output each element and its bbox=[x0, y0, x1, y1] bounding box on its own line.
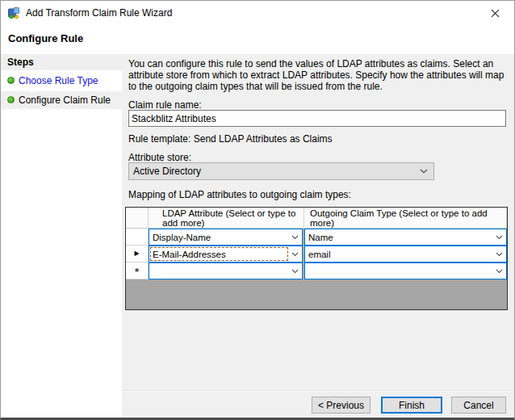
column-header-ldap-attribute: LDAP Attribute (Select or type to add mo… bbox=[149, 208, 304, 229]
step-label: Choose Rule Type bbox=[19, 75, 98, 86]
table-row: Display-Name Name bbox=[126, 229, 507, 246]
table-header-row: LDAP Attribute (Select or type to add mo… bbox=[126, 208, 507, 229]
adfs-wizard-icon bbox=[7, 6, 20, 19]
attribute-store-label: Attribute store: bbox=[128, 152, 191, 163]
outgoing-claim-type-value: Name bbox=[308, 233, 333, 242]
window-title: Add Transform Claim Rule Wizard bbox=[26, 7, 172, 19]
ldap-attribute-dropdown-row2[interactable]: E-Mail-Addresses bbox=[149, 246, 303, 262]
button-row: < Previous Finish Cancel bbox=[312, 397, 506, 414]
page-title: Configure Rule bbox=[8, 32, 83, 44]
attribute-store-value: Active Directory bbox=[133, 166, 201, 177]
add-transform-claim-rule-wizard-dialog: Add Transform Claim Rule Wizard Configur… bbox=[0, 0, 515, 420]
claim-rule-name-input[interactable] bbox=[128, 110, 506, 127]
ldap-attribute-dropdown-row1[interactable]: Display-Name bbox=[149, 229, 303, 246]
attribute-store-dropdown[interactable]: Active Directory bbox=[128, 162, 434, 180]
chevron-down-icon bbox=[291, 235, 299, 240]
step-status-icon bbox=[7, 77, 15, 84]
mapping-label: Mapping of LDAP attributes to outgoing c… bbox=[128, 189, 351, 200]
current-row-arrow: ▶ bbox=[134, 250, 139, 257]
ldap-mapping-table: LDAP Attribute (Select or type to add mo… bbox=[125, 207, 508, 310]
rule-template-text: Rule template: Send LDAP Attributes as C… bbox=[128, 133, 333, 145]
chevron-down-icon bbox=[496, 269, 503, 274]
ldap-attribute-value: E-Mail-Addresses bbox=[153, 250, 226, 259]
table-corner-cell bbox=[126, 208, 149, 229]
row-header-cell[interactable] bbox=[126, 229, 149, 246]
outgoing-claim-type-value: email bbox=[308, 250, 330, 259]
outgoing-claim-type-dropdown-row2[interactable]: email bbox=[304, 246, 507, 262]
new-row-asterisk: * bbox=[135, 267, 139, 277]
steps-sidebar: Steps Choose Rule Type Configure Claim R… bbox=[1, 54, 122, 418]
column-header-outgoing-claim-type: Outgoing Claim Type (Select or type to a… bbox=[304, 208, 507, 229]
sidebar-item-choose-rule-type[interactable]: Choose Rule Type bbox=[1, 72, 122, 90]
chevron-down-icon bbox=[496, 252, 503, 257]
wizard-page-content: You can configure this rule to send the … bbox=[122, 54, 514, 418]
outgoing-claim-type-dropdown-row1[interactable]: Name bbox=[304, 229, 507, 246]
row-header-cell[interactable]: ▶ bbox=[126, 246, 149, 262]
chevron-down-icon bbox=[420, 169, 428, 174]
chevron-down-icon bbox=[496, 235, 503, 240]
step-status-icon bbox=[7, 96, 15, 103]
step-label: Configure Claim Rule bbox=[19, 94, 111, 106]
chevron-down-icon bbox=[291, 252, 299, 257]
title-bar: Add Transform Claim Rule Wizard bbox=[1, 1, 514, 25]
table-row: * bbox=[126, 262, 507, 279]
close-button[interactable] bbox=[477, 2, 513, 24]
outgoing-claim-type-dropdown-row3[interactable] bbox=[304, 262, 507, 279]
claim-rule-name-label: Claim rule name: bbox=[128, 99, 202, 111]
steps-header: Steps bbox=[1, 54, 122, 70]
cancel-button[interactable]: Cancel bbox=[451, 397, 506, 414]
page-description: You can configure this rule to send the … bbox=[128, 58, 511, 92]
footer-separator bbox=[122, 390, 514, 392]
ldap-attribute-dropdown-row3[interactable] bbox=[149, 262, 303, 279]
previous-button[interactable]: < Previous bbox=[312, 397, 371, 414]
table-row: ▶ E-Mail-Addresses email bbox=[126, 246, 507, 262]
close-icon bbox=[491, 9, 500, 18]
sidebar-item-configure-claim-rule[interactable]: Configure Claim Rule bbox=[1, 91, 122, 109]
chevron-down-icon bbox=[291, 269, 299, 274]
finish-button[interactable]: Finish bbox=[381, 397, 442, 414]
ldap-attribute-value: Display-Name bbox=[153, 233, 211, 242]
row-header-cell[interactable]: * bbox=[126, 262, 149, 279]
